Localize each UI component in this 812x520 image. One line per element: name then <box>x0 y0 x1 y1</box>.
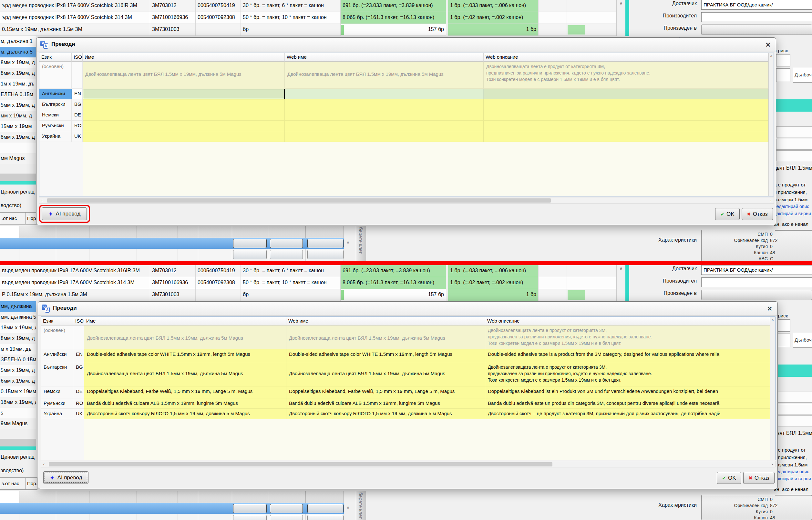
table-cell[interactable]: Двойнозалепващата лента е продукт от кат… <box>484 61 768 89</box>
tab[interactable]: з.от нас <box>0 477 26 490</box>
manufacturer-input[interactable] <box>701 12 812 22</box>
grid-cell[interactable]: 0.15мм х 19мм, дължина 1.5м 3М <box>0 24 150 36</box>
grid-cell[interactable]: 30 * бр. = пакет, 6 * пакет = кашон <box>241 0 341 12</box>
table-cell[interactable]: Украйна <box>41 409 73 419</box>
product-list-item[interactable]: мм, дължина 5 <box>0 312 36 322</box>
grid-cell[interactable] <box>539 0 567 12</box>
table-cell[interactable]: Doppelseitiges Klebeband, Farbe Weiß, 1,… <box>286 386 485 398</box>
grid-cell[interactable] <box>539 12 567 24</box>
table-cell[interactable] <box>484 121 768 131</box>
grid-cell[interactable]: 1 бр. (=.033 пакет, =.006 кашон) <box>448 0 539 12</box>
product-list-item[interactable]: 18мм х 19мм, д <box>0 397 36 408</box>
table-cell[interactable]: EN <box>73 349 84 362</box>
edit-link[interactable]: редактирай опис <box>774 469 812 475</box>
grid-cell[interactable]: 8 065 бр. (=161.3 пакет, =16.13 кашон) <box>341 277 446 289</box>
table-cell[interactable] <box>83 121 285 131</box>
cell-button[interactable] <box>270 515 303 520</box>
table-cell[interactable]: Двойнозалепваща лента цвят БЯЛ 1.5мм х 1… <box>286 362 485 386</box>
table-cell[interactable]: Украйна <box>40 131 72 142</box>
edit-link[interactable]: дактирай и върни <box>774 211 812 217</box>
product-list-item[interactable]: ЕЛЕНА 0.15м <box>0 89 36 100</box>
product-list-item[interactable]: 8мм х 19мм, д <box>0 132 36 142</box>
table-cell[interactable]: (основен) <box>40 61 72 89</box>
supplier-input[interactable]: ПРАКТИКА БГ ООД/доставчик/ <box>701 265 812 275</box>
dialog-vscrollbar[interactable]: ∧ <box>770 317 775 460</box>
table-cell[interactable]: Double-sided adhesive tape is a product … <box>485 349 770 362</box>
cell-button[interactable] <box>233 250 267 259</box>
product-list-item[interactable]: 8мм х 19мм, д <box>0 333 36 344</box>
product-list-item[interactable]: 0.15мм х 19мм <box>0 386 36 397</box>
table-cell[interactable]: Двойнозалепващата лента е продукт от кат… <box>485 326 770 349</box>
table-cell[interactable]: Румънски <box>41 398 73 409</box>
tab[interactable]: Пор. <box>26 212 38 225</box>
grid-cell[interactable]: 30 * бр. = пакет, 6 * пакет = кашон <box>241 265 341 277</box>
table-cell[interactable] <box>285 89 484 99</box>
table-cell[interactable]: Английски <box>41 349 73 362</box>
column-header[interactable]: Web описание <box>485 317 770 326</box>
madein-combo[interactable] <box>701 25 812 35</box>
table-cell[interactable] <box>484 99 768 110</box>
grid-cell[interactable]: 50 * бр. = пакет, 10 * пакет = кашон <box>241 277 341 289</box>
table-cell[interactable]: EN <box>72 89 83 99</box>
band-scroll-up[interactable]: ∧ <box>345 240 351 246</box>
table-cell[interactable]: Български <box>41 362 73 386</box>
table-cell[interactable]: Български <box>40 99 72 110</box>
grid-cell[interactable]: 0005400750419 <box>196 0 241 12</box>
grid-vscrollbar[interactable]: ∧ <box>616 265 625 301</box>
close-icon[interactable]: ✕ <box>765 304 775 314</box>
band-scroll-up[interactable]: ∧ <box>345 505 351 512</box>
grid-cell[interactable] <box>567 12 616 24</box>
table-cell[interactable]: Bandă dublu adezivă culoare ALB 1.5mm x … <box>84 398 286 409</box>
table-cell[interactable] <box>285 131 484 142</box>
close-icon[interactable]: ✕ <box>763 40 773 50</box>
grid-cell[interactable]: 3M703012 <box>150 265 196 277</box>
column-header[interactable]: ISO <box>72 53 83 61</box>
dialog-hscrollbar[interactable]: ‹› <box>39 197 774 204</box>
table-cell[interactable]: Немски <box>40 110 72 121</box>
grid-cell[interactable] <box>196 289 241 301</box>
product-list-item[interactable]: ЗЕЛЕНА 0.15м <box>0 355 36 365</box>
grid-cell[interactable]: 3M7301003 <box>150 24 196 36</box>
table-cell[interactable]: Двосторонній скотч кольору БІЛОГО 1,5 мм… <box>286 409 485 419</box>
grid-cell[interactable]: 157 бр <box>341 24 446 36</box>
grid-cell[interactable]: 0054007092308 <box>196 12 241 24</box>
cell-button[interactable] <box>270 504 303 513</box>
cancel-button[interactable]: ✖Отказ <box>743 472 774 484</box>
grid-vscrollbar[interactable]: ∧ <box>616 0 625 36</box>
table-cell[interactable] <box>72 61 83 89</box>
table-cell[interactable] <box>83 131 285 142</box>
table-cell[interactable]: Bandă dublu adezivă culoare ALB 1.5mm x … <box>286 398 485 409</box>
grid-cell[interactable] <box>539 24 567 36</box>
column-header[interactable]: Web описание <box>484 53 768 61</box>
scroll-left-arrow[interactable]: ‹ <box>40 198 45 203</box>
grid-cell[interactable] <box>196 24 241 36</box>
cell-button[interactable] <box>270 239 303 248</box>
product-list-item[interactable]: 1м х 19мм, дъ <box>0 79 36 89</box>
grid-cell[interactable]: 691 бр. (=23.03 пакет, =3.839 кашон) <box>341 265 446 277</box>
table-cell[interactable]: BG <box>72 99 83 110</box>
madein-combo[interactable] <box>701 290 812 300</box>
product-list-item[interactable] <box>0 142 36 153</box>
grid-cell[interactable]: 1 бр. (=.02 пакет, =.002 кашон) <box>448 12 539 24</box>
cell-button[interactable] <box>233 239 267 248</box>
table-cell[interactable]: Румънски <box>40 121 72 131</box>
dialog-vscrollbar[interactable]: ∧ <box>768 53 773 196</box>
cell-button[interactable] <box>307 515 344 520</box>
grid-cell[interactable]: ърд меден проводник IPx8 17A 600V Scotch… <box>0 12 150 24</box>
column-header[interactable]: Език <box>41 317 73 326</box>
depth-box[interactable]: Дълбочин <box>793 68 812 83</box>
product-list-item[interactable]: м, дължина 5 <box>0 47 36 57</box>
grid-cell[interactable] <box>539 265 567 277</box>
table-cell[interactable]: DE <box>73 386 84 398</box>
grid-cell[interactable]: ърд меден проводник IPx8 17A 600V Scotch… <box>0 0 150 12</box>
product-list-item[interactable]: 5мм х 19мм, д <box>0 100 36 111</box>
scroll-thumb[interactable] <box>47 199 551 203</box>
column-header[interactable]: Име <box>84 317 286 326</box>
edit-link[interactable]: дактирай и върни <box>774 476 812 482</box>
table-cell[interactable] <box>83 89 285 99</box>
table-cell[interactable] <box>285 121 484 131</box>
grid-cell[interactable]: 1 бр. (=.02 пакет, =.002 кашон) <box>448 277 539 289</box>
grid-cell[interactable]: бр <box>241 24 341 36</box>
grid-cell[interactable] <box>539 277 567 289</box>
column-header[interactable]: Име <box>83 53 285 61</box>
